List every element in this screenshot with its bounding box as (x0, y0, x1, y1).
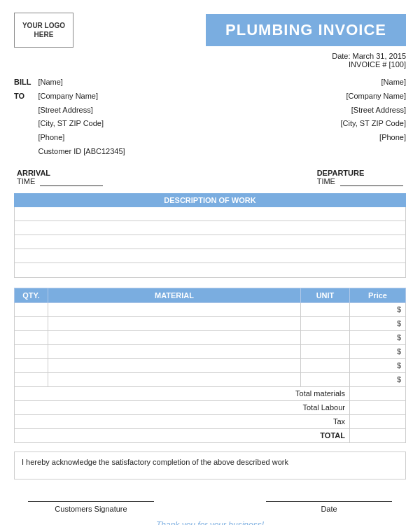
work-line[interactable] (15, 249, 405, 263)
materials-row: $ (15, 358, 406, 372)
bill-to-info: [Name] [Company Name] [Street Address] [… (38, 76, 125, 159)
bill-section: BILL TO [Name] [Company Name] [Street Ad… (14, 76, 406, 159)
row-material[interactable] (48, 316, 301, 330)
materials-table: QTY. MATERIAL UNIT Price $ $ $ (14, 288, 406, 443)
logo-box: YOUR LOGO HERE (14, 13, 74, 48)
work-line[interactable] (15, 235, 405, 249)
row-price[interactable]: $ (350, 372, 406, 386)
thank-you-message: Thank you for your business! (14, 520, 406, 525)
date-invoice-block: Date: March 31, 2015 INVOICE # [100] (14, 52, 406, 69)
col-material: MATERIAL (48, 288, 301, 302)
customer-sig-label: Customers Signature (28, 505, 154, 513)
col-qty: QTY. (15, 288, 48, 302)
work-section: DESCRIPTION OF WORK (14, 193, 406, 278)
total-labour-row: Total Labour (15, 400, 406, 414)
row-qty[interactable] (15, 330, 48, 344)
bill-to-block: BILL TO [Name] [Company Name] [Street Ad… (14, 76, 125, 159)
row-price[interactable]: $ (350, 316, 406, 330)
row-price[interactable]: $ (350, 330, 406, 344)
bill-from-block: [Name] [Company Name] [Street Address] [… (340, 76, 406, 159)
row-material[interactable] (48, 330, 301, 344)
row-unit[interactable] (301, 344, 350, 358)
date-line: Date: March 31, 2015 (14, 52, 406, 60)
invoice-title: PLUMBING INVOICE (206, 14, 406, 46)
customer-signature-block: Customers Signature (28, 489, 154, 513)
work-line[interactable] (15, 207, 405, 221)
row-unit[interactable] (301, 330, 350, 344)
row-material[interactable] (48, 344, 301, 358)
row-qty[interactable] (15, 372, 48, 386)
arrival-departure-section: ARRIVAL TIME DEPARTURE TIME (14, 169, 406, 186)
signature-line[interactable] (28, 489, 154, 502)
row-material[interactable] (48, 302, 301, 316)
total-labour-label: Total Labour (15, 400, 350, 414)
row-material[interactable] (48, 372, 301, 386)
total-materials-value[interactable] (350, 386, 406, 400)
date-sig-label: Date (266, 505, 392, 513)
bill-to-label: BILL TO (14, 76, 31, 159)
total-labour-value[interactable] (350, 400, 406, 414)
total-label: TOTAL (15, 428, 350, 442)
departure-block: DEPARTURE TIME (317, 169, 403, 186)
col-price: Price (350, 288, 406, 302)
row-qty[interactable] (15, 344, 48, 358)
row-material[interactable] (48, 358, 301, 372)
work-line[interactable] (15, 263, 405, 277)
row-unit[interactable] (301, 316, 350, 330)
departure-time-field[interactable] (340, 177, 403, 186)
row-qty[interactable] (15, 358, 48, 372)
row-qty[interactable] (15, 302, 48, 316)
materials-row: $ (15, 316, 406, 330)
acknowledgement-box: I hereby acknowledge the satisfactory co… (14, 451, 406, 479)
row-unit[interactable] (301, 372, 350, 386)
date-signature-block: Date (266, 489, 392, 513)
customer-id: Customer ID [ABC12345] (38, 145, 125, 159)
work-section-header: DESCRIPTION OF WORK (14, 193, 406, 207)
materials-row: $ (15, 372, 406, 386)
materials-row: $ (15, 344, 406, 358)
materials-row: $ (15, 302, 406, 316)
arrival-time-field[interactable] (40, 177, 103, 186)
invoice-number-line: INVOICE # [100] (14, 60, 406, 69)
signature-section: Customers Signature Date (14, 489, 406, 513)
row-qty[interactable] (15, 316, 48, 330)
total-materials-label: Total materials (15, 386, 350, 400)
work-line[interactable] (15, 221, 405, 235)
total-value[interactable] (350, 428, 406, 442)
row-price[interactable]: $ (350, 344, 406, 358)
row-price[interactable]: $ (350, 358, 406, 372)
row-price[interactable]: $ (350, 302, 406, 316)
header: YOUR LOGO HERE PLUMBING INVOICE (14, 13, 406, 48)
work-lines (14, 207, 406, 278)
arrival-block: ARRIVAL TIME (17, 169, 103, 186)
tax-label: Tax (15, 414, 350, 428)
tax-value[interactable] (350, 414, 406, 428)
materials-row: $ (15, 330, 406, 344)
date-line[interactable] (266, 489, 392, 502)
col-unit: UNIT (301, 288, 350, 302)
row-unit[interactable] (301, 358, 350, 372)
total-materials-row: Total materials (15, 386, 406, 400)
tax-row: Tax (15, 414, 406, 428)
row-unit[interactable] (301, 302, 350, 316)
materials-header-row: QTY. MATERIAL UNIT Price (15, 288, 406, 302)
logo-text: YOUR LOGO HERE (15, 21, 73, 39)
total-row: TOTAL (15, 428, 406, 442)
